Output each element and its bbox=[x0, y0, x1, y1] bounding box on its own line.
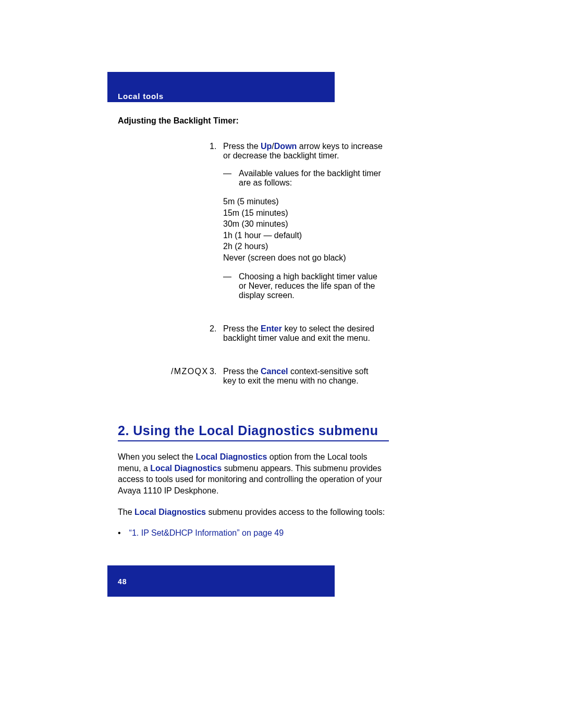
link-bullet-row: • “1. IP Set&DHCP Information” on page 4… bbox=[118, 527, 389, 539]
value-item: 2h (2 hours) bbox=[223, 241, 383, 252]
section-header: Local tools bbox=[118, 92, 164, 101]
value-item: 15m (15 minutes) bbox=[223, 207, 383, 219]
step-text-pre: Press the bbox=[223, 142, 261, 151]
value-item: 30m (30 minutes) bbox=[223, 218, 383, 230]
dash-icon: — bbox=[223, 272, 239, 281]
p2-b: Local Diagnostics bbox=[134, 508, 206, 516]
sub-bullet-1: — Available values for the backlight tim… bbox=[223, 169, 383, 188]
value-item: 1h (1 hour — default) bbox=[223, 230, 383, 241]
step-number: 3. bbox=[210, 367, 223, 376]
content-area: 1. Press the Up/Down arrow keys to incre… bbox=[118, 142, 389, 386]
paragraph-2: The Local Diagnostics submenu provides a… bbox=[118, 507, 389, 518]
value-item: 5m (5 minutes) bbox=[223, 196, 383, 207]
step-text-pre: Press the bbox=[223, 324, 261, 333]
step-text-pre: Press the bbox=[223, 367, 261, 376]
values-list: 5m (5 minutes) 15m (15 minutes) 30m (30 … bbox=[223, 196, 383, 264]
step-1: 1. Press the Up/Down arrow keys to incre… bbox=[118, 142, 389, 300]
step-body: Press the Enter key to select the desire… bbox=[223, 324, 383, 343]
p1-a: When you select the bbox=[118, 452, 195, 461]
bullet-dot-icon: • bbox=[118, 527, 121, 539]
step-number: 2. bbox=[210, 324, 223, 334]
key-down: Down bbox=[274, 142, 297, 151]
step-number: 1. bbox=[210, 142, 223, 151]
sub-bullet-text: Choosing a high backlight timer value or… bbox=[239, 272, 383, 300]
sub-bullet-2: — Choosing a high backlight timer value … bbox=[223, 272, 383, 300]
paragraph-1: When you select the Local Diagnostics op… bbox=[118, 451, 389, 496]
p2-a: The bbox=[118, 508, 134, 516]
page: Local tools Adjusting the Backlight Time… bbox=[0, 0, 563, 728]
footer-bar bbox=[107, 565, 335, 597]
key-cancel: Cancel bbox=[261, 367, 288, 376]
link-ip-dhcp-info[interactable]: “1. IP Set&DHCP Information” on page 49 bbox=[129, 527, 284, 539]
p1-b: Local Diagnostics bbox=[195, 452, 267, 461]
p1-d: Local Diagnostics bbox=[150, 464, 222, 473]
p2-c: submenu provides access to the following… bbox=[206, 508, 385, 516]
page-number: 48 bbox=[118, 577, 127, 586]
heading-local-diagnostics: 2. Using the Local Diagnostics submenu bbox=[118, 423, 389, 441]
sub-bullet-text: Available values for the backlight timer… bbox=[239, 169, 383, 188]
step-body: Press the Up/Down arrow keys to increase… bbox=[223, 142, 383, 161]
step-body: Press the Cancel context-sensitive soft … bbox=[223, 367, 383, 386]
key-up: Up bbox=[261, 142, 272, 151]
step-3: /MZOQX 3. Press the Cancel context-sensi… bbox=[118, 367, 389, 386]
dash-icon: — bbox=[223, 169, 239, 178]
subheading: Adjusting the Backlight Timer: bbox=[118, 116, 239, 126]
step-2: 2. Press the Enter key to select the des… bbox=[118, 324, 389, 343]
value-item: Never (screen does not go black) bbox=[223, 252, 383, 264]
key-enter: Enter bbox=[261, 324, 282, 333]
step-left-label: /MZOQX bbox=[118, 367, 210, 376]
